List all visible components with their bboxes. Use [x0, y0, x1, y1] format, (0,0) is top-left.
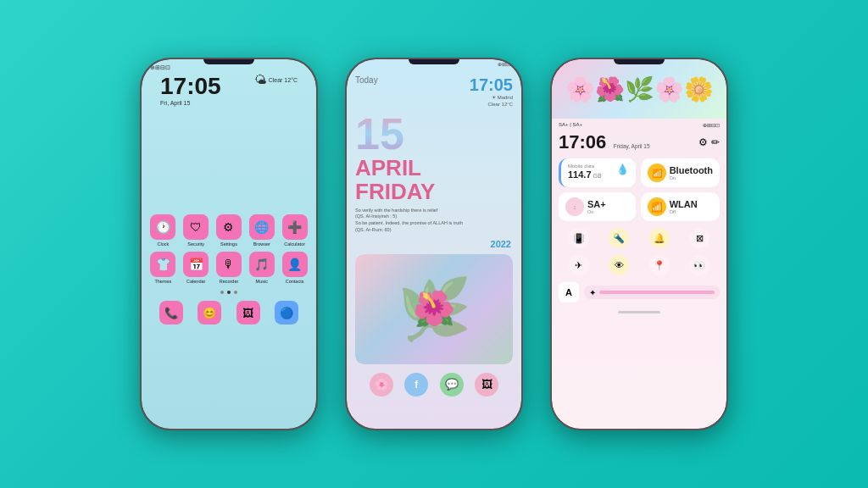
app-music-icon: 🎵 — [249, 252, 275, 277]
tile-mobile-data[interactable]: 💧 Mobile data 114.7 GB — [559, 158, 636, 187]
quick-location[interactable]: 📍 — [649, 255, 670, 275]
app-settings-label: Settings — [220, 241, 237, 247]
app-security-label: Security — [187, 241, 204, 247]
tile-sa-plus[interactable]: ↕ SA+ On — [559, 192, 636, 221]
dot-3 — [234, 291, 237, 294]
phone2-top-row: Today 17:05 ☀ MadridClear 12°C — [347, 69, 521, 112]
app-contacts-label: Contacts — [286, 279, 304, 284]
phone3-nav-bar — [552, 308, 726, 317]
app-calendar-label: Calendar — [186, 279, 205, 284]
phone2-status-bar: ⊕⊞⊟⊡ — [347, 59, 521, 69]
phone1-dock: 📞 😊 🖼 🔵 — [142, 297, 316, 328]
phone2-weekday: FRIDAY — [347, 180, 521, 204]
app-clock-label: Clock — [158, 241, 170, 247]
phone3-date: Friday, April 15 — [614, 143, 650, 149]
app-calendar-icon: 📅 — [183, 252, 209, 277]
phone2-day-number: 15 — [347, 112, 521, 156]
app-recorder[interactable]: 🎙 Recorder — [214, 252, 244, 284]
phone3-tiles-grid: 💧 Mobile data 114.7 GB 📶 Bluetooth On — [552, 155, 726, 225]
app-music[interactable]: 🎵 Music — [247, 252, 276, 284]
wlan-status: Off — [670, 209, 698, 214]
app-security-icon: 🛡 — [183, 214, 209, 240]
app-themes[interactable]: 👕 Themes — [148, 252, 178, 284]
dock-gallery-icon[interactable]: 🖼 — [236, 301, 260, 324]
phone3-brightness-row: A ✦ — [552, 279, 726, 306]
phone1-date: Fri, April 15 — [150, 100, 231, 106]
app-browser[interactable]: 🌐 Browser — [247, 214, 276, 247]
weather-sun-icon: 🌤 — [254, 73, 266, 86]
quick-flashlight[interactable]: 🔦 — [609, 228, 629, 248]
app-themes-icon: 👕 — [150, 252, 175, 277]
quick-vibrate[interactable]: 📳 — [569, 228, 589, 248]
phone1-weather-text: Clear 12°C — [269, 77, 298, 83]
phone2-leaf-illustration: 🌿 🌺 — [355, 254, 513, 364]
quick-eye-comfort[interactable]: 👁 — [609, 255, 629, 275]
phone3-status-icons: ⊕⊞⊟⊡ — [703, 122, 720, 128]
phone3-quick-row-1: 📳 🔦 🔔 ⊠ — [552, 225, 726, 252]
dot-2 — [227, 291, 231, 294]
dock-store-icon[interactable]: 🔵 — [275, 301, 298, 324]
app-calendar[interactable]: 📅 Calendar — [181, 252, 211, 284]
nav-home-indicator — [618, 311, 660, 313]
phone3-edit-icon[interactable]: ✏ — [711, 136, 720, 148]
phone2-dock: 🌸 f 💬 🖼 — [347, 368, 521, 402]
phone2-today-label: Today — [355, 75, 378, 85]
phone2-quote-line3: So be patient. Indeed, the promise of AL… — [355, 220, 463, 225]
phone-2: ⊕⊞⊟⊡ Today 17:05 ☀ MadridClear 12°C 15 A… — [345, 58, 523, 430]
brightness-slider[interactable]: ✦ — [584, 286, 720, 299]
phone2-quote-line1: So verily with the hardship there is rel… — [355, 208, 437, 213]
app-recorder-label: Recorder — [220, 279, 239, 284]
app-calculator[interactable]: ➕ Calculator — [280, 214, 309, 247]
app-calculator-icon: ➕ — [282, 214, 308, 240]
phone2-quote-line4: (QS. Ar-Rum: 60) — [355, 227, 391, 232]
brightness-icon: ✦ — [589, 288, 596, 297]
app-music-label: Music — [256, 279, 268, 284]
phone3-screen: 🌸🌺🌿🌸🌼 SA+ | SA+ ⊕⊞⊟⊡ 17:06 Friday, April… — [552, 59, 726, 429]
app-clock-icon: 🕐 — [150, 214, 175, 240]
dock-phone-icon[interactable]: 📞 — [159, 301, 183, 324]
bluetooth-label: Bluetooth — [670, 165, 713, 175]
p2-app-facebook[interactable]: f — [404, 373, 428, 396]
phone2-quote: So verily with the hardship there is rel… — [347, 204, 521, 237]
p2-app-gallery[interactable]: 🖼 — [475, 373, 498, 396]
quick-eye[interactable]: 👀 — [689, 255, 709, 275]
quick-airplane[interactable]: ✈ — [569, 255, 589, 275]
phone3-time: 17:06 — [559, 131, 606, 152]
wlan-label: WLAN — [670, 199, 698, 209]
mobile-data-value: 114.7 — [568, 169, 592, 180]
app-security[interactable]: 🛡 Security — [181, 214, 211, 247]
app-contacts[interactable]: 👤 Contacts — [280, 252, 309, 284]
phone3-quick-row-2: ✈ 👁 📍 👀 — [552, 252, 726, 279]
phone1-status-icons: ⊕⊞⊟⊡ — [150, 64, 170, 71]
app-recorder-icon: 🎙 — [216, 252, 242, 277]
font-size-button[interactable]: A — [559, 282, 579, 302]
quick-notification[interactable]: 🔔 — [649, 228, 670, 248]
phone1-status-bar: ⊕⊞⊟⊡ — [142, 59, 316, 73]
p2-app-whatsapp[interactable]: 💬 — [440, 373, 464, 396]
tile-bluetooth[interactable]: 📶 Bluetooth On — [641, 158, 720, 187]
phone2-time: 17:05 — [470, 75, 513, 95]
bluetooth-status: On — [670, 175, 713, 180]
phone3-settings-icon[interactable]: ⚙ — [698, 136, 708, 148]
sa-tile-content: ↕ SA+ On — [565, 197, 629, 216]
bluetooth-tile-content: 📶 Bluetooth On — [648, 164, 713, 182]
p2-app-flower[interactable]: 🌸 — [370, 373, 393, 396]
wlan-circle-icon: 📶 — [648, 197, 666, 216]
bluetooth-bt-icon: 📶 — [652, 169, 662, 178]
phone1-weather: 🌤 Clear 12°C — [244, 73, 308, 86]
tile-wlan[interactable]: 📶 WLAN Off — [641, 192, 720, 221]
app-settings[interactable]: ⚙ Settings — [214, 214, 244, 247]
phone1-app-row-2: 👕 Themes 📅 Calendar 🎙 Recorder 🎵 Music 👤 — [148, 252, 309, 284]
sa-circle-icon: ↕ — [565, 197, 584, 216]
weather-icon-2: ☀ — [492, 95, 498, 100]
app-themes-label: Themes — [154, 279, 171, 284]
app-clock[interactable]: 🕐 Clock — [148, 214, 178, 247]
phone3-header-flowers: 🌸🌺🌿🌸🌼 — [552, 59, 726, 119]
phone3-action-icons: ⚙ ✏ — [698, 136, 720, 148]
phone2-status-icons: ⊕⊞⊟⊡ — [498, 61, 515, 67]
flower-emoji: 🌺 — [413, 289, 455, 329]
quick-unknown[interactable]: ⊠ — [689, 228, 709, 248]
phone3-time-row: 17:06 Friday, April 15 ⚙ ✏ — [552, 130, 726, 155]
phone1-page-dots — [142, 291, 316, 294]
dock-emoji-icon[interactable]: 😊 — [198, 301, 221, 324]
